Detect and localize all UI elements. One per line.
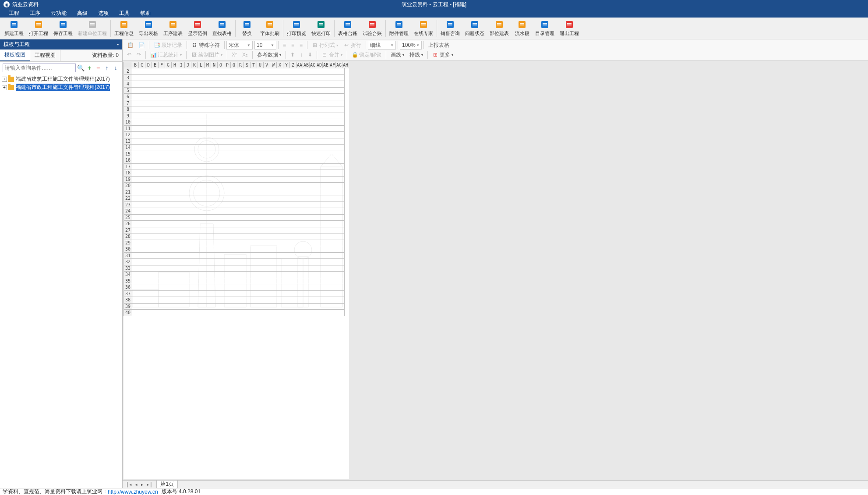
- col-header[interactable]: C: [139, 62, 145, 68]
- process-table-button[interactable]: 工序建表: [161, 19, 185, 38]
- remove-icon[interactable]: −: [94, 64, 102, 72]
- row-header[interactable]: 18: [123, 170, 132, 177]
- row-header[interactable]: 20: [123, 183, 132, 189]
- valign-bot-icon[interactable]: ⬇: [305, 51, 315, 59]
- row-header[interactable]: 35: [123, 278, 132, 285]
- tab-template-view[interactable]: 模板视图: [0, 50, 30, 61]
- tree-item-1[interactable]: +福建省市政工程施工文件管理规程(2017): [2, 83, 120, 92]
- row-cells[interactable]: [132, 177, 345, 183]
- row-header[interactable]: 22: [123, 195, 132, 202]
- row-header[interactable]: 36: [123, 284, 132, 291]
- row-header[interactable]: 16: [123, 157, 132, 164]
- row-header[interactable]: 15: [123, 151, 132, 158]
- col-header[interactable]: Z: [290, 62, 296, 68]
- col-header[interactable]: X: [277, 62, 283, 68]
- row-cells[interactable]: [132, 126, 345, 132]
- row-cells[interactable]: [132, 253, 345, 259]
- row-cells[interactable]: [132, 164, 345, 170]
- menu-5[interactable]: 工具: [114, 10, 135, 17]
- col-header[interactable]: V: [264, 62, 270, 68]
- row-header[interactable]: 30: [123, 246, 132, 253]
- upload-table-button[interactable]: 上报表格: [426, 41, 452, 50]
- tab-project-view[interactable]: 工程视图: [30, 50, 60, 61]
- export-table-button[interactable]: 导出表格: [136, 19, 161, 38]
- row-header[interactable]: 3: [123, 75, 132, 81]
- col-header[interactable]: M: [205, 62, 211, 68]
- ref-data-button[interactable]: 参考数据 ▾: [254, 50, 284, 60]
- col-header[interactable]: Y: [283, 62, 290, 68]
- flow-section-button[interactable]: 流水段: [512, 19, 533, 38]
- row-header[interactable]: 29: [123, 240, 132, 247]
- row-cells[interactable]: [132, 265, 345, 272]
- align-left-icon[interactable]: ≡: [280, 41, 289, 49]
- col-header[interactable]: AE: [323, 62, 329, 68]
- menu-6[interactable]: 帮助: [135, 10, 156, 17]
- row-cells[interactable]: [132, 259, 345, 265]
- col-header[interactable]: R: [237, 62, 244, 68]
- spreadsheet[interactable]: BCDEFGHIJKLMNOPQRSTUVWXYZAAABACADAEAFAGA…: [123, 62, 867, 479]
- row-cells[interactable]: [132, 157, 345, 164]
- issue-status-button[interactable]: 问题状态: [462, 19, 487, 38]
- row-header[interactable]: 37: [123, 291, 132, 297]
- row-header[interactable]: 17: [123, 164, 132, 170]
- col-header[interactable]: AA: [296, 62, 303, 68]
- row-cells[interactable]: [132, 208, 345, 215]
- show-example-button[interactable]: 显示范例: [185, 19, 210, 38]
- more-button[interactable]: ⊞更多▾: [430, 50, 456, 60]
- row-cells[interactable]: [132, 227, 345, 234]
- col-header[interactable]: AB: [303, 62, 310, 68]
- col-header[interactable]: U: [257, 62, 264, 68]
- line-button[interactable]: 排线▾: [407, 50, 426, 60]
- table-ledger-button[interactable]: 表格台账: [335, 19, 360, 38]
- valign-mid-icon[interactable]: ↕: [297, 51, 305, 59]
- project-info-button[interactable]: 工程信息: [112, 19, 136, 38]
- row-header[interactable]: 27: [123, 227, 132, 234]
- col-header[interactable]: F: [159, 62, 165, 68]
- row-cells[interactable]: [132, 119, 345, 126]
- subscript-icon[interactable]: X₂: [240, 51, 251, 59]
- row-header[interactable]: 5: [123, 88, 132, 94]
- linestyle-select[interactable]: 细线▼: [368, 41, 396, 50]
- sheet-next-icon[interactable]: ▸: [139, 481, 145, 488]
- row-header[interactable]: 21: [123, 189, 132, 196]
- tree-item-0[interactable]: +福建省建筑工程施工文件管理规程(2017): [2, 75, 120, 83]
- row-cells[interactable]: [132, 272, 345, 278]
- row-header[interactable]: 26: [123, 221, 132, 227]
- col-header[interactable]: B: [132, 62, 139, 68]
- superscript-icon[interactable]: X²: [229, 51, 240, 59]
- expand-icon[interactable]: +: [2, 85, 7, 90]
- col-header[interactable]: AH: [342, 62, 349, 68]
- row-cells[interactable]: [132, 233, 345, 240]
- col-header[interactable]: Q: [231, 62, 237, 68]
- save-project-button[interactable]: 保存工程: [51, 19, 75, 38]
- row-header[interactable]: 38: [123, 297, 132, 304]
- col-header[interactable]: K: [191, 62, 198, 68]
- col-header[interactable]: W: [270, 62, 277, 68]
- row-cells[interactable]: [132, 145, 345, 151]
- replace-button[interactable]: 替换: [236, 19, 258, 38]
- draw-image-button[interactable]: 🖼绘制图片 ▾: [188, 50, 225, 60]
- special-char-button[interactable]: Ω特殊字符: [189, 41, 222, 50]
- row-header[interactable]: 24: [123, 208, 132, 215]
- row-header[interactable]: 34: [123, 272, 132, 278]
- row-header[interactable]: 4: [123, 81, 132, 88]
- align-right-icon[interactable]: ≡: [297, 41, 305, 49]
- row-cells[interactable]: [132, 304, 345, 310]
- quick-print-button[interactable]: 快速打印: [309, 19, 333, 38]
- row-cells[interactable]: [132, 138, 345, 145]
- row-header[interactable]: 8: [123, 106, 132, 113]
- sheet-last-icon[interactable]: ▸|: [145, 481, 154, 488]
- status-link[interactable]: http://www.zhuyew.cn: [108, 489, 158, 495]
- row-cells[interactable]: [132, 113, 345, 120]
- summary-button[interactable]: 📊汇总统计 ▾: [148, 50, 184, 60]
- merge-button[interactable]: ⊟合并 ▾: [319, 50, 345, 60]
- row-cells[interactable]: [132, 75, 345, 81]
- row-cells[interactable]: [132, 151, 345, 158]
- row-header[interactable]: 7: [123, 100, 132, 107]
- expand-icon[interactable]: +: [2, 77, 7, 82]
- row-header[interactable]: 23: [123, 202, 132, 209]
- row-cells[interactable]: [132, 246, 345, 253]
- row-header[interactable]: 14: [123, 145, 132, 151]
- attach-mgmt-button[interactable]: 附件管理: [387, 19, 411, 38]
- pin-icon[interactable]: ▪: [117, 42, 119, 47]
